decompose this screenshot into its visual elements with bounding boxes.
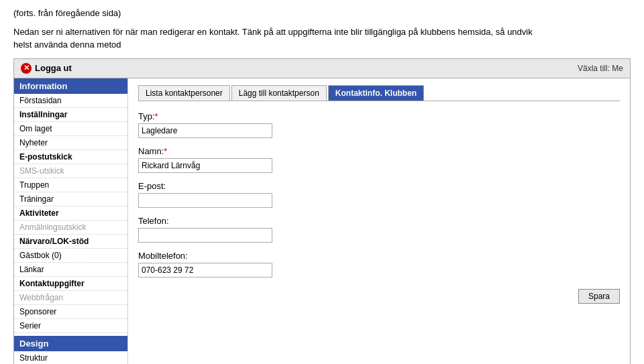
email-label: E-post: [138, 181, 620, 191]
switch-area: Växla till: Me [578, 63, 623, 73]
content-area: Lista kontaktpersoner Lägg till kontaktp… [128, 78, 630, 365]
tab-kontaktinfo-klubben[interactable]: Kontaktinfo. Klubben [328, 85, 424, 101]
sidebar-item-epostutskick[interactable]: E-postutskick [14, 150, 127, 164]
mobile-label: Mobiltelefon: [138, 251, 620, 261]
sidebar-item-serier[interactable]: Serier [14, 319, 127, 333]
form-phone-section: Telefon: [138, 216, 620, 243]
sidebar-item-struktur[interactable]: Struktur [14, 351, 127, 365]
sidebar-item-traningar[interactable]: Träningar [14, 192, 127, 206]
sidebar-item-nyheter[interactable]: Nyheter [14, 136, 127, 150]
sidebar-item-forstasidan[interactable]: Förstasidan [14, 94, 127, 108]
mobile-input[interactable] [138, 263, 272, 278]
browser-frame: ✕ Logga ut Växla till: Me Information Fö… [13, 58, 631, 365]
sidebar-item-webbfragan: Webbfrågan [14, 291, 127, 305]
sidebar-item-gastbok[interactable]: Gästbok (0) [14, 249, 127, 263]
intro-line1: (forts. från föregående sida) [13, 7, 631, 20]
sidebar-item-smsutskick: SMS-utskick [14, 164, 127, 178]
logout-button[interactable]: ✕ Logga ut [21, 63, 72, 74]
type-input[interactable] [138, 123, 272, 138]
form-email-section: E-post: [138, 181, 620, 208]
sidebar-section1-header: Information [14, 78, 127, 94]
sidebar-item-anmalningsutskick: Anmälningsutskick [14, 221, 127, 235]
browser-toolbar: ✕ Logga ut Växla till: Me [14, 59, 630, 78]
sidebar-item-installningar[interactable]: Inställningar [14, 108, 127, 122]
sidebar-item-lankar[interactable]: Länkar [14, 263, 127, 277]
name-input[interactable] [138, 158, 272, 173]
tab-lagg-till-kontaktperson[interactable]: Lägg till kontaktperson [231, 85, 327, 101]
logout-icon: ✕ [21, 63, 32, 74]
switch-label: Växla till: Me [578, 64, 623, 73]
type-label: Typ:* [138, 111, 620, 121]
tab-lista-kontaktpersoner[interactable]: Lista kontaktpersoner [138, 85, 230, 101]
form-name-section: Namn:* [138, 146, 620, 173]
phone-input[interactable] [138, 228, 272, 243]
email-input[interactable] [138, 193, 272, 208]
sidebar: Information Förstasidan Inställningar Om… [14, 78, 128, 365]
main-content: Information Förstasidan Inställningar Om… [14, 78, 630, 365]
sidebar-item-kontaktuppgifter[interactable]: Kontaktuppgifter [14, 277, 127, 291]
intro-line2: Nedan ser ni alternativen för när man re… [13, 25, 631, 52]
logout-label: Logga ut [35, 63, 72, 73]
sidebar-item-omlaget[interactable]: Om laget [14, 122, 127, 136]
form-type-section: Typ:* [138, 111, 620, 138]
sidebar-section2-header: Design [14, 336, 127, 351]
sidebar-item-sponsorer[interactable]: Sponsorer [14, 305, 127, 319]
phone-label: Telefon: [138, 216, 620, 226]
tabs-container: Lista kontaktpersoner Lägg till kontaktp… [138, 85, 620, 101]
form-mobile-section: Mobiltelefon: [138, 251, 620, 278]
save-button[interactable]: Spara [578, 289, 620, 304]
name-label: Namn:* [138, 146, 620, 156]
sidebar-item-truppen[interactable]: Truppen [14, 178, 127, 192]
sidebar-item-narvaro[interactable]: Närvaro/LOK-stöd [14, 235, 127, 249]
sidebar-item-aktiviteter[interactable]: Aktiviteter [14, 206, 127, 221]
